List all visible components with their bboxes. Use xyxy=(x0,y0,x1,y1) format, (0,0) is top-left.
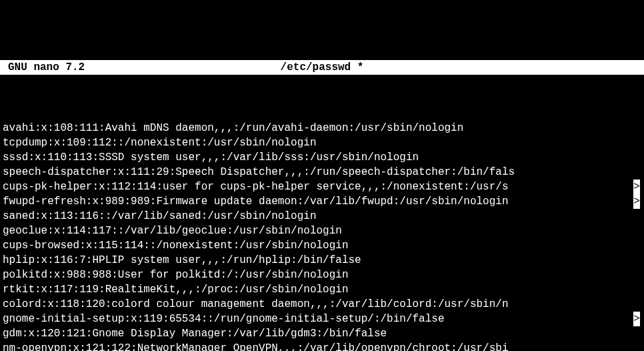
title-bar: GNU nano 7.2 /etc/passwd * xyxy=(0,60,644,75)
file-line[interactable]: cups-pk-helper:x:112:114:user for cups-p… xyxy=(3,180,641,194)
file-line[interactable]: nm-openvpn:x:121:122:NetworkManager Open… xyxy=(3,341,641,351)
line-text: nm-openvpn:x:121:122:NetworkManager Open… xyxy=(3,341,509,351)
file-line[interactable]: gdm:x:120:121:Gnome Display Manager:/var… xyxy=(3,326,641,341)
file-line[interactable]: saned:x:113:116::/var/lib/saned:/usr/sbi… xyxy=(3,209,641,224)
line-text: colord:x:118:120:colord colour managemen… xyxy=(3,297,509,312)
file-line[interactable]: gnome-initial-setup:x:119:65534::/run/gn… xyxy=(3,312,641,326)
file-line[interactable]: colord:x:118:120:colord colour managemen… xyxy=(3,297,641,312)
file-line[interactable]: rtkit:x:117:119:RealtimeKit,,,:/proc:/us… xyxy=(3,282,641,297)
file-line[interactable]: geoclue:x:114:117::/var/lib/geoclue:/usr… xyxy=(3,224,641,238)
line-text: gnome-initial-setup:x:119:65534::/run/gn… xyxy=(3,312,445,326)
line-text: rtkit:x:117:119:RealtimeKit,,,:/proc:/us… xyxy=(3,282,348,297)
file-line[interactable]: hplip:x:116:7:HPLIP system user,,,:/run/… xyxy=(3,253,641,268)
line-text: speech-dispatcher:x:111:29:Speech Dispat… xyxy=(3,165,515,180)
file-line[interactable]: avahi:x:108:111:Avahi mDNS daemon,,,:/ru… xyxy=(3,121,641,135)
file-line[interactable]: speech-dispatcher:x:111:29:Speech Dispat… xyxy=(3,165,641,180)
file-line[interactable]: fwupd-refresh:x:989:989:Firmware update … xyxy=(3,194,641,209)
line-text: cups-browsed:x:115:114::/nonexistent:/us… xyxy=(3,238,348,253)
file-line[interactable]: sssd:x:110:113:SSSD system user,,,:/var/… xyxy=(3,150,641,165)
line-text: hplip:x:116:7:HPLIP system user,,,:/run/… xyxy=(3,253,361,268)
line-text: geoclue:x:114:117::/var/lib/geoclue:/usr… xyxy=(3,224,342,238)
file-line[interactable]: tcpdump:x:109:112::/nonexistent:/usr/sbi… xyxy=(3,135,641,150)
file-line[interactable]: polkitd:x:988:988:User for polkitd:/:/us… xyxy=(3,268,641,282)
file-name: /etc/passwd * xyxy=(133,60,511,75)
line-text: gdm:x:120:121:Gnome Display Manager:/var… xyxy=(3,326,387,341)
editor-body[interactable]: avahi:x:108:111:Avahi mDNS daemon,,,:/ru… xyxy=(0,104,644,351)
file-line[interactable]: cups-browsed:x:115:114::/nonexistent:/us… xyxy=(3,238,641,253)
line-text: sssd:x:110:113:SSSD system user,,,:/var/… xyxy=(3,150,419,165)
line-text: polkitd:x:988:988:User for polkitd:/:/us… xyxy=(3,268,348,282)
app-name: GNU nano 7.2 xyxy=(0,60,133,75)
line-text: saned:x:113:116::/var/lib/saned:/usr/sbi… xyxy=(3,209,316,224)
line-text: avahi:x:108:111:Avahi mDNS daemon,,,:/ru… xyxy=(3,121,463,135)
line-text: tcpdump:x:109:112::/nonexistent:/usr/sbi… xyxy=(3,135,316,150)
line-text: fwupd-refresh:x:989:989:Firmware update … xyxy=(3,194,509,209)
line-text: cups-pk-helper:x:112:114:user for cups-p… xyxy=(3,180,509,194)
